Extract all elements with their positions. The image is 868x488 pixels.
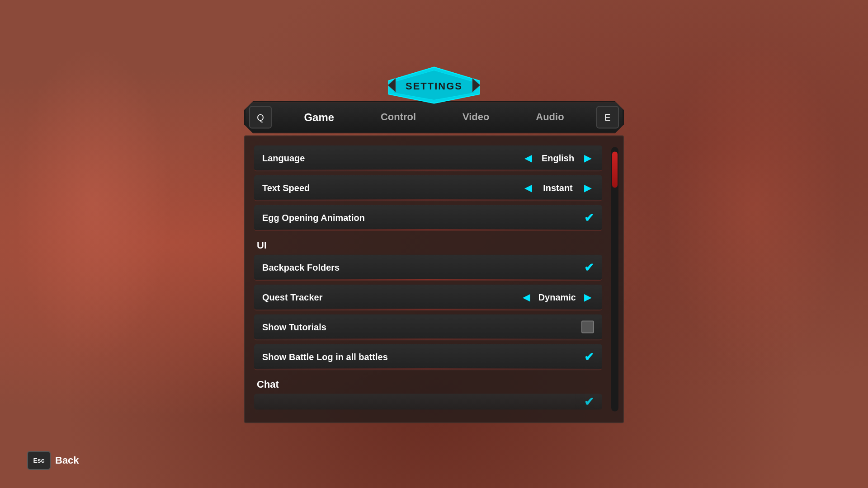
bg-decoration-left	[14, 45, 172, 361]
setting-row-chat-partial: ✔	[254, 394, 602, 410]
bg-decoration-right	[665, 36, 845, 375]
nav-left-icon[interactable]: Q	[249, 106, 272, 129]
text-speed-value-group: ◀ Instant ▶	[522, 182, 594, 194]
text-speed-value: Instant	[540, 183, 576, 193]
egg-opening-toggle[interactable]: ✔	[584, 211, 594, 225]
quest-tracker-value-group: ◀ Dynamic ▶	[520, 291, 594, 304]
language-prev-btn[interactable]: ◀	[522, 152, 534, 164]
quest-tracker-prev-btn[interactable]: ◀	[520, 291, 533, 304]
tab-video[interactable]: Video	[453, 108, 499, 127]
language-value: English	[540, 153, 576, 163]
backpack-folders-toggle[interactable]: ✔	[584, 260, 594, 274]
nav-right-icon[interactable]: E	[596, 106, 619, 129]
main-container: SETTINGS Q Game Control Video Audio E La…	[258, 65, 610, 423]
setting-row-quest-tracker: Quest Tracker ◀ Dynamic ▶	[254, 285, 602, 311]
tab-control[interactable]: Control	[372, 108, 425, 127]
setting-row-language: Language ◀ English ▶	[254, 145, 602, 172]
chat-partial-toggle[interactable]: ✔	[584, 395, 594, 409]
label-show-tutorials: Show Tutorials	[262, 322, 326, 332]
back-key: Esc	[27, 451, 51, 470]
scrollbar-thumb[interactable]	[612, 152, 618, 188]
label-egg-opening: Egg Opening Animation	[262, 212, 365, 223]
setting-row-egg-opening: Egg Opening Animation ✔	[254, 205, 602, 231]
setting-row-show-tutorials: Show Tutorials	[254, 314, 602, 341]
back-button[interactable]: Esc Back	[27, 451, 79, 470]
settings-list: Language ◀ English ▶ Text Speed ◀ Instan…	[245, 145, 611, 413]
setting-row-show-battle-log: Show Battle Log in all battles ✔	[254, 344, 602, 371]
settings-title-badge: SETTINGS	[384, 65, 484, 106]
label-text-speed: Text Speed	[262, 183, 310, 193]
label-show-battle-log: Show Battle Log in all battles	[262, 352, 388, 362]
back-label: Back	[55, 455, 79, 466]
quest-tracker-next-btn[interactable]: ▶	[581, 291, 594, 304]
section-header-chat: Chat	[254, 374, 602, 394]
label-quest-tracker: Quest Tracker	[262, 292, 322, 302]
nav-tabs: Game Control Video Audio	[272, 108, 596, 127]
setting-row-text-speed: Text Speed ◀ Instant ▶	[254, 175, 602, 202]
nav-bar: Q Game Control Video Audio E	[244, 101, 624, 134]
tab-audio[interactable]: Audio	[527, 108, 573, 127]
label-language: Language	[262, 153, 305, 163]
setting-row-backpack-folders: Backpack Folders ✔	[254, 255, 602, 281]
language-next-btn[interactable]: ▶	[581, 152, 594, 164]
content-panel: Language ◀ English ▶ Text Speed ◀ Instan…	[244, 136, 624, 423]
show-battle-log-toggle[interactable]: ✔	[584, 350, 594, 364]
language-value-group: ◀ English ▶	[522, 152, 594, 164]
label-backpack-folders: Backpack Folders	[262, 262, 340, 272]
text-speed-next-btn[interactable]: ▶	[581, 182, 594, 194]
text-speed-prev-btn[interactable]: ◀	[522, 182, 534, 194]
tab-game[interactable]: Game	[295, 108, 343, 127]
section-header-ui: UI	[254, 235, 602, 255]
quest-tracker-value: Dynamic	[538, 292, 576, 302]
scrollbar-track[interactable]	[611, 147, 618, 412]
svg-text:SETTINGS: SETTINGS	[406, 80, 462, 92]
show-tutorials-toggle[interactable]	[581, 321, 594, 333]
